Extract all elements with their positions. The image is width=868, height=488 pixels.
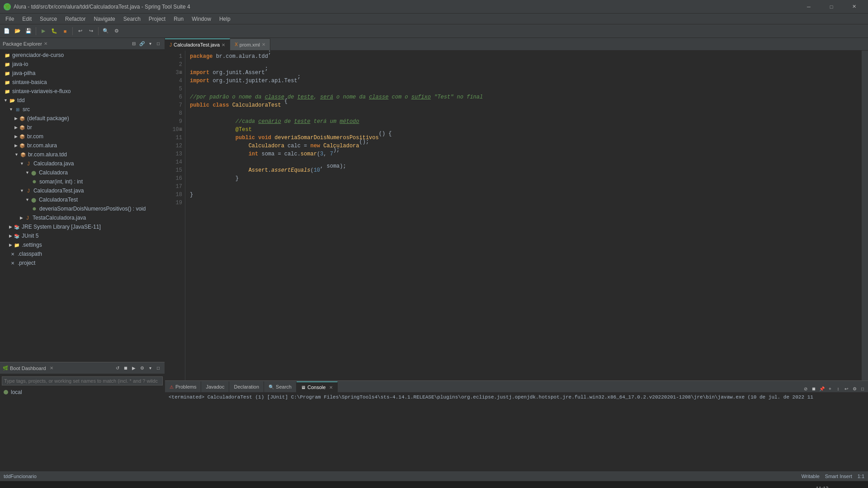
tab-calculadoratest[interactable]: J CalculadoraTest.java ✕ <box>165 38 230 50</box>
toolbar-run[interactable]: ▶ <box>38 26 48 36</box>
console-close-icon[interactable]: ✕ <box>329 385 333 390</box>
code-content[interactable]: package br.com.alura.tdd; import org.jun… <box>185 51 862 380</box>
tree-item-br-com-alura[interactable]: ▶ 📦 br.com.alura <box>0 141 165 150</box>
tree-item-jre[interactable]: ▶ 📚 JRE System Library [JavaSE-11] <box>0 222 165 231</box>
console-scroll-btn[interactable]: ↕ <box>835 385 842 392</box>
title-text: Alura - tdd/src/br/com/alura/tdd/Calcula… <box>14 4 190 10</box>
console-stop-btn[interactable]: ⏹ <box>810 385 817 392</box>
code-line-12: Calculadora calc = new Calculadora(); <box>190 142 857 150</box>
toolbar-debug[interactable]: 🐛 <box>49 26 59 36</box>
tree-item-sintaxe-basica[interactable]: 📁 sintaxe-basica <box>0 78 165 87</box>
menu-source[interactable]: Source <box>36 14 61 24</box>
view-menu-button[interactable]: ▾ <box>146 40 154 47</box>
taskbar-app2[interactable]: 📹 <box>76 484 92 488</box>
collapse-all-button[interactable]: ⊟ <box>130 40 137 47</box>
boot-action-1[interactable]: ↺ <box>114 365 121 372</box>
menu-help[interactable]: Help <box>216 14 234 24</box>
toolbar-redo[interactable]: ↪ <box>86 26 96 36</box>
taskbar-app6[interactable]: 📷 <box>148 484 165 488</box>
taskbar-app7[interactable]: 🌿 <box>166 484 183 488</box>
tab-problems[interactable]: ⚠ Problems <box>165 381 201 392</box>
tab-console[interactable]: 🖥 Console ✕ <box>297 381 338 392</box>
tab-javadoc[interactable]: Javadoc <box>201 381 229 392</box>
toolbar-new[interactable]: 📄 <box>2 26 12 36</box>
console-pin-btn[interactable]: 📌 <box>818 385 826 392</box>
code-line-5 <box>190 85 857 93</box>
toolbar-open[interactable]: 📂 <box>13 26 23 36</box>
boot-filter-input[interactable] <box>2 376 163 385</box>
console-clear-btn[interactable]: ⊘ <box>802 385 809 392</box>
tab-close-pomxml[interactable]: ✕ <box>262 42 265 47</box>
notification-icon[interactable]: 🔔 <box>848 484 864 488</box>
tab-pomxml[interactable]: X prom.xml ✕ <box>230 38 270 50</box>
right-scroll-area[interactable] <box>862 51 868 380</box>
taskbar-app1[interactable]: 🍎 <box>58 484 74 488</box>
tree-item-deveria-method[interactable]: ⬤ deveriaSomarDoisNumerosPositivos() : v… <box>0 204 165 213</box>
tree-item-classpath[interactable]: ✕ .classpath <box>0 249 165 258</box>
taskbar-app5[interactable]: 📁 <box>130 484 146 488</box>
toolbar-undo[interactable]: ↩ <box>75 26 85 36</box>
taskbar-fileexplorer[interactable]: 📁 <box>40 484 56 488</box>
taskbar-start[interactable] <box>4 484 20 488</box>
menu-edit[interactable]: Edit <box>19 14 35 24</box>
tree-item-junit[interactable]: ▶ 📚 JUnit 5 <box>0 231 165 240</box>
package-explorer-close-icon[interactable]: ✕ <box>44 41 47 46</box>
menu-run[interactable]: Run <box>170 14 187 24</box>
tree-item-project[interactable]: ✕ .project <box>0 258 165 267</box>
tree-item-br-com-alura-tdd[interactable]: ▼ 📦 br.com.alura.tdd <box>0 150 165 159</box>
close-button[interactable]: ✕ <box>844 0 864 14</box>
tree-item-calculadora-java[interactable]: ▼ J Calculadora.java <box>0 159 165 168</box>
tree-item-calculadoratest-class[interactable]: ▼ ⬤ CalculadoraTest <box>0 195 165 204</box>
tree-item-somar-method[interactable]: ⬤ somar(int, int) : int <box>0 177 165 186</box>
tree-item-sintaxe-variaveis[interactable]: 📁 sintaxe-variaveis-e-fluxo <box>0 87 165 96</box>
console-maximize-btn[interactable]: □ <box>859 385 866 392</box>
menu-navigate[interactable]: Navigate <box>90 14 118 24</box>
expand-icon: ▶ <box>9 243 12 247</box>
tab-declaration[interactable]: Declaration <box>229 381 264 392</box>
link-editor-button[interactable]: 🔗 <box>138 40 146 47</box>
boot-action-4[interactable]: ⚙ <box>138 365 146 372</box>
menu-window[interactable]: Window <box>188 14 215 24</box>
tree-item-default-pkg[interactable]: ▶ 📦 (default package) <box>0 114 165 123</box>
console-settings-btn[interactable]: ⚙ <box>851 385 858 392</box>
tree-item-testacalculadora[interactable]: ▶ J TestaCalculadora.java <box>0 213 165 222</box>
folder-icon: 📁 <box>4 52 11 59</box>
menu-project[interactable]: Project <box>145 14 169 24</box>
taskbar-app4[interactable]: 🌐 <box>112 484 128 488</box>
tree-item-calculadoratest-java[interactable]: ▼ J CalculadoraTest.java <box>0 186 165 195</box>
console-word-wrap-btn[interactable]: ↩ <box>843 385 850 392</box>
tab-close-calculadoratest[interactable]: ✕ <box>222 42 225 47</box>
tree-item-settings[interactable]: ▶ 📁 .settings <box>0 240 165 249</box>
tree-item-br-com[interactable]: ▶ 📦 br.com <box>0 132 165 141</box>
toolbar-stop[interactable]: ■ <box>60 26 70 36</box>
code-line-10: @Test <box>190 126 857 134</box>
tree-item-gerenciador[interactable]: 📁 gerenciador-de-curso <box>0 51 165 60</box>
menu-search[interactable]: Search <box>120 14 144 24</box>
menu-file[interactable]: File <box>2 14 18 24</box>
menu-refactor[interactable]: Refactor <box>61 14 89 24</box>
tree-item-tdd[interactable]: ▼ 📂 tdd <box>0 96 165 105</box>
tree-item-java-pilha[interactable]: 📁 java-pilha <box>0 69 165 78</box>
taskbar-app8[interactable]: ⚙ <box>184 484 201 488</box>
tree-item-br[interactable]: ▶ 📦 br <box>0 123 165 132</box>
tree-item-calculadora-class[interactable]: ▼ ⬤ Calculadora <box>0 168 165 177</box>
toolbar-save[interactable]: 💾 <box>24 26 33 36</box>
tree-item-src[interactable]: ▼ ⊞ src <box>0 105 165 114</box>
boot-item-local[interactable]: local <box>2 388 163 397</box>
taskbar-app3[interactable]: 📊 <box>94 484 110 488</box>
console-new-btn[interactable]: + <box>826 385 834 392</box>
boot-action-5[interactable]: ▾ <box>146 365 154 372</box>
toolbar-search[interactable]: 🔍 <box>101 26 111 36</box>
minimize-button[interactable]: ─ <box>798 0 819 14</box>
boot-close-icon[interactable]: ✕ <box>50 366 53 371</box>
maximize-panel-button[interactable]: □ <box>155 40 162 47</box>
package-tree: 📁 gerenciador-de-curso 📁 java-io 📁 java-… <box>0 50 165 362</box>
boot-action-3[interactable]: ▶ <box>130 365 137 372</box>
taskbar-search[interactable]: 🔍 <box>22 484 38 488</box>
tab-search[interactable]: 🔍 Search <box>264 381 297 392</box>
maximize-button[interactable]: □ <box>821 0 842 14</box>
tree-item-java-io[interactable]: 📁 java-io <box>0 60 165 69</box>
toolbar-settings[interactable]: ⚙ <box>112 26 122 36</box>
boot-action-2[interactable]: ⏹ <box>122 365 129 372</box>
boot-maximize[interactable]: □ <box>155 365 162 372</box>
